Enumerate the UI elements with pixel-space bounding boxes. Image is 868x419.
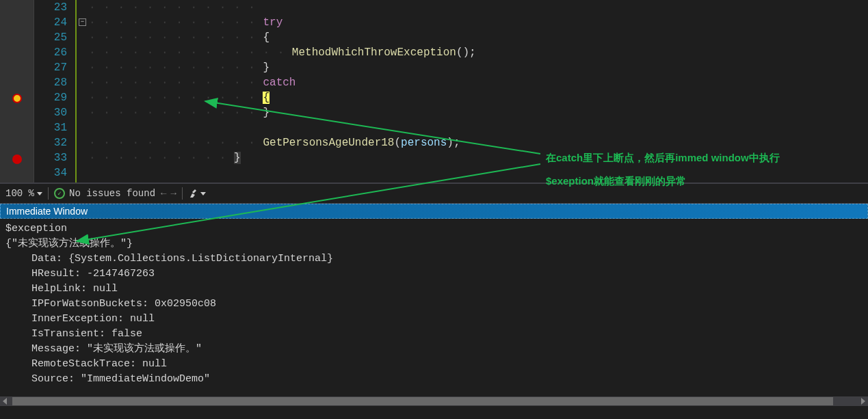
exception-message: Message: "未实现该方法或操作。" <box>5 342 863 357</box>
scroll-left-icon[interactable] <box>3 398 7 405</box>
code-cleanup-button[interactable] <box>188 188 206 199</box>
zoom-dropdown[interactable]: 100 % <box>5 188 42 199</box>
line-numbers: 23 24 25 26 27 28 29 30 31 32 33 34 <box>34 0 75 183</box>
horizontal-scrollbar[interactable] <box>0 396 868 406</box>
editor-status-bar: 100 % ✓ No issues found ← → <box>0 183 868 204</box>
zoom-value: 100 % <box>5 188 34 199</box>
exception-source: Source: "ImmediateWindowDemo" <box>5 372 863 387</box>
immediate-output: {"未实现该方法或操作。"} <box>5 236 863 252</box>
annotation-text-2: $exeption就能查看刚刚的异常 <box>546 175 686 188</box>
immediate-input: $exception <box>5 221 863 236</box>
issue-nav[interactable]: ← → <box>161 188 176 199</box>
immediate-window-title[interactable]: Immediate Window <box>0 204 868 219</box>
brace-close: } <box>263 62 269 74</box>
brace-close: } <box>234 152 241 164</box>
chevron-down-icon <box>200 192 206 195</box>
exception-inner: InnerException: null <box>5 312 863 327</box>
fold-toggle-icon[interactable]: − <box>79 18 86 26</box>
scroll-right-icon[interactable] <box>861 398 865 405</box>
arrow-right-icon[interactable]: → <box>170 188 176 199</box>
keyword-catch: catch <box>263 77 295 89</box>
issues-status[interactable]: ✓ No issues found <box>54 188 155 199</box>
brace-close: } <box>263 107 269 119</box>
divider <box>182 187 183 200</box>
chevron-down-icon <box>37 192 42 195</box>
breakpoint-margin[interactable] <box>0 0 34 183</box>
issues-text: No issues found <box>69 188 155 199</box>
immediate-window-content[interactable]: $exception {"未实现该方法或操作。"} Data: {System.… <box>0 219 868 396</box>
exception-remote: RemoteStackTrace: null <box>5 357 863 372</box>
scroll-thumb[interactable] <box>12 397 833 405</box>
arrow-left-icon[interactable]: ← <box>161 188 166 199</box>
keyword-try: try <box>263 16 282 29</box>
current-statement: { <box>263 92 269 104</box>
exception-ipfor: IPForWatsonBuckets: 0x02950c08 <box>5 297 863 312</box>
breakpoint-icon[interactable] <box>12 154 22 164</box>
check-circle-icon: ✓ <box>54 188 65 199</box>
method-call: MethodWhichThrowException <box>292 46 456 59</box>
exception-data: Data: {System.Collections.ListDictionary… <box>5 252 863 267</box>
breakpoint-current[interactable] <box>12 94 22 103</box>
exception-helplink: HelpLink: null <box>5 282 863 297</box>
method-call: GetPersonsAgeUnder18 <box>263 137 394 149</box>
brace-open: { <box>263 31 269 44</box>
exception-transient: IsTransient: false <box>5 327 863 342</box>
fold-margin[interactable]: − <box>75 0 89 183</box>
exception-hresult: HResult: -2147467263 <box>5 267 863 282</box>
divider <box>48 187 49 200</box>
annotation-text-1: 在catch里下上断点，然后再immed window中执行 <box>546 152 780 165</box>
